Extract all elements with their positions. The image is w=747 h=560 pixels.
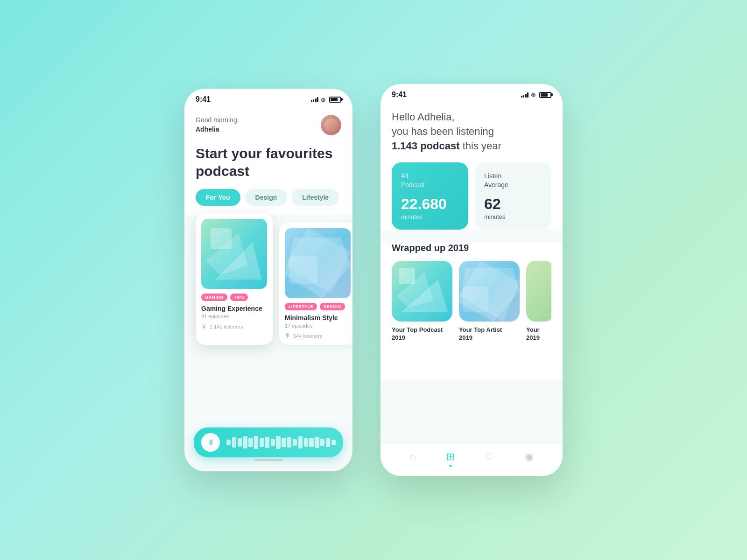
time-right: 9:41: [392, 91, 407, 99]
podcast-card-1[interactable]: GAMING TIPS Gaming Experience 41 episode…: [196, 213, 273, 345]
stat-all-value: 22.680: [401, 196, 459, 211]
nav-grid[interactable]: ⊞: [446, 451, 455, 463]
heart-icon: ♡: [485, 451, 494, 463]
phone-left: 9:41 ⊛ Good morning, Adhelia Start your …: [184, 89, 352, 471]
pause-button[interactable]: ⏸: [201, 433, 220, 452]
avatar: [321, 115, 341, 135]
card-listeners-2: 🎙 544 listeners: [285, 332, 351, 339]
wrapped-label-3: Your2019: [526, 326, 551, 342]
home-icon: ⌂: [409, 451, 416, 463]
mic-icon-1: 🎙: [201, 323, 207, 330]
wrapped-section: Wrapped up 2019 Your Top Podcast2019: [381, 243, 563, 379]
signal-icon: [311, 97, 319, 102]
stats-row: AllPodcast 22.680 minutes ListenAverage …: [392, 162, 551, 229]
tag-tips: TIPS: [230, 294, 248, 301]
podcast-count: 1.143 podcast: [392, 140, 460, 152]
tag-lifestyle: LIFESTYLE: [285, 303, 317, 310]
wrapped-label-1: Your Top Podcast2019: [392, 326, 452, 342]
greeting-row: Good morning, Adhelia: [196, 107, 341, 139]
signal-icon-right: [521, 92, 529, 98]
waveform: [226, 435, 336, 450]
stat-all-unit: minutes: [401, 213, 459, 220]
category-tabs: For You Design Lifestyle: [196, 189, 341, 215]
wrapped-item-2[interactable]: Your Top Artist2019: [459, 261, 520, 342]
nav-profile[interactable]: ◉: [525, 451, 534, 463]
mic-icon-2: 🎙: [285, 332, 291, 339]
card-title-2: Minimalism Style: [285, 314, 351, 322]
phone-right: 9:41 ⊛ Hello Adhelia, you has been liste…: [381, 84, 563, 476]
stat-listen-avg: ListenAverage 62 minutes: [475, 162, 551, 229]
status-bar-right: 9:41 ⊛: [381, 84, 563, 103]
artwork-1: [201, 219, 267, 289]
stat-avg-unit: minutes: [484, 213, 542, 220]
cards-row: GAMING TIPS Gaming Experience 41 episode…: [184, 215, 352, 354]
battery-icon-right: [539, 92, 551, 98]
artwork-2: [285, 228, 351, 298]
wrapped-art-3: [526, 261, 551, 322]
tag-gaming: GAMING: [201, 294, 227, 301]
wrapped-art-1: [392, 261, 452, 322]
player-bar[interactable]: ⏸: [194, 427, 343, 457]
tag-design: DESIGN: [320, 303, 345, 310]
tab-design[interactable]: Design: [245, 189, 288, 206]
greeting-line2: you has been listening: [392, 126, 494, 137]
wifi-icon: ⊛: [321, 96, 326, 103]
hello-text: Hello Adhelia, you has been listening 1.…: [392, 103, 551, 162]
tags-1: GAMING TIPS: [201, 294, 267, 301]
cards-section: GAMING TIPS Gaming Experience 41 episode…: [184, 215, 352, 401]
card-title-1: Gaming Experience: [201, 305, 267, 312]
card-episodes-1: 41 episodes: [201, 314, 267, 319]
wrapped-title: Wrapped up 2019: [392, 243, 551, 253]
scroll-indicator-left: [254, 459, 282, 461]
grid-icon: ⊞: [446, 451, 455, 463]
user-name-left: Adhelia: [196, 125, 239, 134]
nav-heart[interactable]: ♡: [485, 451, 494, 463]
battery-icon: [329, 97, 341, 103]
card-listeners-1: 🎙 1.142 listeners: [201, 323, 267, 330]
nav-dot: [449, 465, 452, 467]
wrapped-item-1[interactable]: Your Top Podcast2019: [392, 261, 452, 342]
stat-all-label: AllPodcast: [401, 172, 459, 189]
wrapped-scroll: Your Top Podcast2019 Your Top Artist2019…: [392, 261, 551, 342]
svg-rect-11: [463, 287, 488, 312]
tags-2: LIFESTYLE DESIGN: [285, 303, 351, 310]
profile-icon: ◉: [525, 451, 534, 463]
hero-title: Start your favourites podcast: [196, 139, 341, 189]
greeting-line1: Hello Adhelia,: [392, 111, 455, 123]
bottom-nav: ⌂ ⊞ ♡ ◉: [381, 444, 563, 476]
stat-all-podcast: AllPodcast 22.680 minutes: [392, 162, 468, 229]
stat-avg-label: ListenAverage: [484, 172, 542, 189]
status-icons-right: ⊛: [521, 91, 552, 98]
status-bar-left: 9:41 ⊛: [184, 89, 352, 107]
status-icons-left: ⊛: [311, 96, 342, 103]
greeting-text: Good morning, Adhelia: [196, 116, 239, 134]
greeting-label: Good morning,: [196, 116, 239, 124]
nav-home[interactable]: ⌂: [409, 451, 416, 463]
time-left: 9:41: [196, 95, 211, 104]
svg-rect-5: [289, 256, 317, 284]
wrapped-item-3[interactable]: Your2019: [526, 261, 551, 342]
greeting-section: Good morning, Adhelia Start your favouri…: [184, 107, 352, 215]
tab-for-you[interactable]: For You: [196, 189, 240, 206]
right-content: Hello Adhelia, you has been listening 1.…: [381, 103, 563, 230]
wrapped-label-2: Your Top Artist2019: [459, 326, 520, 342]
pause-icon: ⏸: [207, 438, 215, 447]
svg-rect-6: [399, 268, 415, 284]
tab-lifestyle[interactable]: Lifestyle: [292, 189, 339, 206]
podcast-card-2[interactable]: LIFESTYLE DESIGN Minimalism Style 17 epi…: [279, 223, 352, 345]
wrapped-art-2: [459, 261, 520, 322]
card-episodes-2: 17 episodes: [285, 323, 351, 329]
stat-avg-value: 62: [484, 196, 542, 211]
greeting-line3: this year: [463, 140, 501, 152]
wifi-icon-right: ⊛: [531, 91, 536, 98]
